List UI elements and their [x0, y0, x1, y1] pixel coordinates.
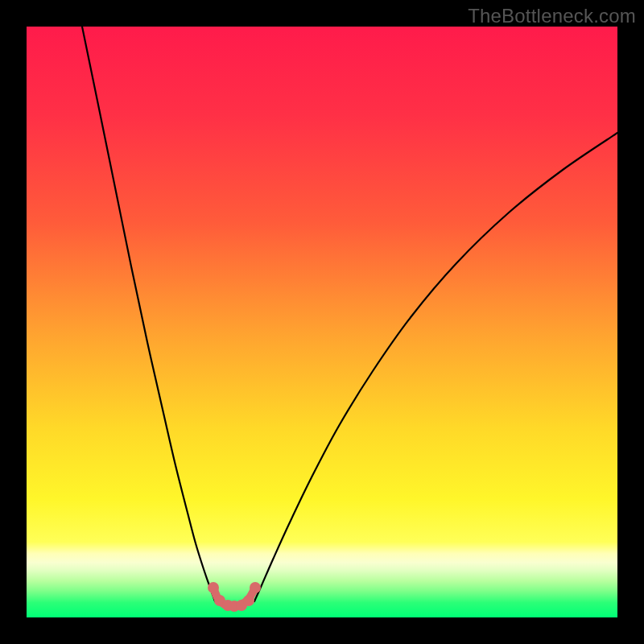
plot-markers: [27, 27, 617, 617]
data-point-marker: [250, 582, 261, 593]
data-point-marker: [243, 595, 254, 606]
data-point-marker: [208, 582, 219, 593]
watermark-text: TheBottleneck.com: [468, 5, 636, 27]
plot-frame: [27, 27, 617, 617]
